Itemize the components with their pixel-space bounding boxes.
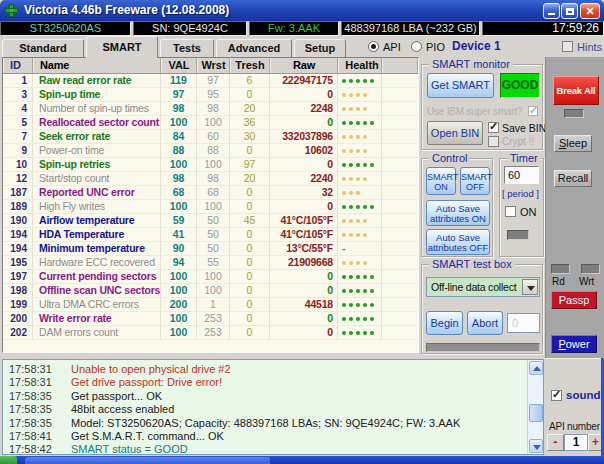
begin-button[interactable]: Begin [426,311,463,335]
table-row[interactable]: 187Reported UNC error6868032 [3,186,418,200]
attr-wrst: 98 [197,172,230,185]
col-header-tresh[interactable]: Tresh [230,58,270,73]
table-row[interactable]: 197Current pending sectors10010000 [3,270,418,284]
minimize-button[interactable] [543,3,560,19]
health-dot [349,107,353,111]
attr-raw: 2248 [270,102,338,115]
close-button[interactable]: ✕ [580,3,600,19]
open-bin-button[interactable]: Open BIN [427,121,483,145]
attr-id: 189 [3,200,33,213]
table-row[interactable]: 3Spin-up time979500 [3,88,418,102]
attr-val: 100 [161,200,197,213]
abort-button[interactable]: Abort [467,311,503,335]
table-row[interactable]: 5Reallocated sector count100100360 [3,116,418,130]
tab-advanced[interactable]: Advanced [216,39,292,58]
table-row[interactable]: 195Hardware ECC recovered9455021909668 [3,256,418,270]
scroll-up-button[interactable] [529,361,543,375]
attr-id: 5 [3,116,33,129]
attr-health [338,102,382,115]
attr-name: Power-on time [33,144,161,157]
hints-label: Hints [577,41,602,53]
sound-checkbox[interactable]: ✓ [551,390,562,401]
drive-capacity: 488397168 LBA (~232 GB) [341,21,480,36]
maximize-button[interactable] [561,3,578,19]
timer-period-input[interactable]: 60 [504,166,539,184]
drive-serial: SN: 9QE4924C [133,21,247,36]
col-header-wrst[interactable]: Wrst [197,58,230,73]
smart-off-button[interactable]: SMART OFF [460,167,490,195]
auto-save-off-button[interactable]: Auto Save attributes OFF [426,229,490,255]
tab-setup[interactable]: Setup [294,39,346,58]
scrollbar-thumb[interactable] [529,404,543,422]
attr-id: 9 [3,144,33,157]
attr-wrst: 100 [197,200,230,213]
col-header-id[interactable]: ID [3,58,33,73]
sleep-button[interactable]: Sleep [554,135,592,152]
table-row[interactable]: 198Offline scan UNC sectors10010000 [3,284,418,298]
auto-save-on-button[interactable]: Auto Save attributes ON [426,200,490,226]
smart-on-button[interactable]: SMART ON [426,167,456,195]
col-header-health[interactable]: Health [338,58,382,73]
attr-name: DAM errors count [33,326,161,339]
tab-smart[interactable]: SMART [86,36,158,58]
write-led [581,264,600,274]
table-row[interactable]: 10Spin-up retries100100970 [3,158,418,172]
power-button[interactable]: Power [551,335,597,353]
table-row[interactable]: 1Raw read error rate119976222947175 [3,74,418,88]
test-select-dropdown[interactable]: Off-line data collect [426,277,540,297]
health-dot [363,121,367,125]
table-row[interactable]: 190Airflow temperature59504541°C/105°F [3,214,418,228]
table-row[interactable]: 12Start/stop count9898202240 [3,172,418,186]
col-header-val[interactable]: VAL [161,58,197,73]
break-all-button[interactable]: Break All [553,76,599,105]
api-number-decrement[interactable]: - [547,434,564,451]
col-header-raw[interactable]: Raw [270,58,338,73]
table-row[interactable]: 194HDA Temperature4150041°C/105°F [3,228,418,242]
attr-health [338,74,382,87]
attr-name: Raw read error rate [33,74,161,87]
table-row[interactable]: 189High Fly writes10010000 [3,200,418,214]
attr-raw: 0 [270,116,338,129]
start-button-sliver[interactable] [0,456,17,464]
health-dot [363,107,367,111]
log-time: 17:58:31 [3,363,71,376]
break-led [564,109,584,118]
attr-val: 200 [161,298,197,311]
log-message: Model: ST3250620AS; Capacity: 488397168 … [71,417,460,430]
log-scrollbar[interactable] [527,360,543,454]
taskbar-button-sliver[interactable] [25,457,270,464]
attr-name: High Fly writes [33,200,161,213]
table-row[interactable]: 199Ultra DMA CRC errors2001044518 [3,298,418,312]
api-radio[interactable] [368,41,379,52]
attr-raw: 21909668 [270,256,338,269]
table-row[interactable]: 194Minimum temperature9050013°C/55°F- [3,242,418,256]
timer-on-checkbox[interactable] [505,206,516,217]
table-row[interactable]: 7Seek error rate846030332037896 [3,130,418,144]
scroll-down-button[interactable] [529,439,543,453]
attr-health [338,172,382,185]
tab-tests[interactable]: Tests [160,39,214,58]
pio-radio[interactable] [411,41,422,52]
attr-wrst: 1 [197,298,230,311]
api-number-value: 1 [564,434,588,451]
log-time: 17:58:35 [3,390,71,403]
health-dot [363,177,367,181]
dropdown-arrow-button[interactable] [522,279,538,295]
save-bin-checkbox[interactable]: ✓ [488,122,499,133]
table-row[interactable]: 4Number of spin-up times9898202248 [3,102,418,116]
table-row[interactable]: 200Write error rate10025300 [3,312,418,326]
passport-button[interactable]: Passp [551,291,597,309]
table-row[interactable]: 202DAM errors count10025300 [3,326,418,340]
health-dot [342,163,346,167]
recall-button[interactable]: Recall [554,170,592,187]
hints-checkbox[interactable] [562,41,573,52]
attr-val: 119 [161,74,197,87]
tab-standard[interactable]: Standard [2,39,84,58]
attr-val: 100 [161,312,197,325]
col-header-name[interactable]: Name [33,58,161,73]
get-smart-button[interactable]: Get SMART [427,73,494,98]
table-row[interactable]: 9Power-on time8888010602 [3,144,418,158]
attr-tresh: 0 [230,256,270,269]
attr-tresh: 20 [230,102,270,115]
attr-wrst: 50 [197,242,230,255]
